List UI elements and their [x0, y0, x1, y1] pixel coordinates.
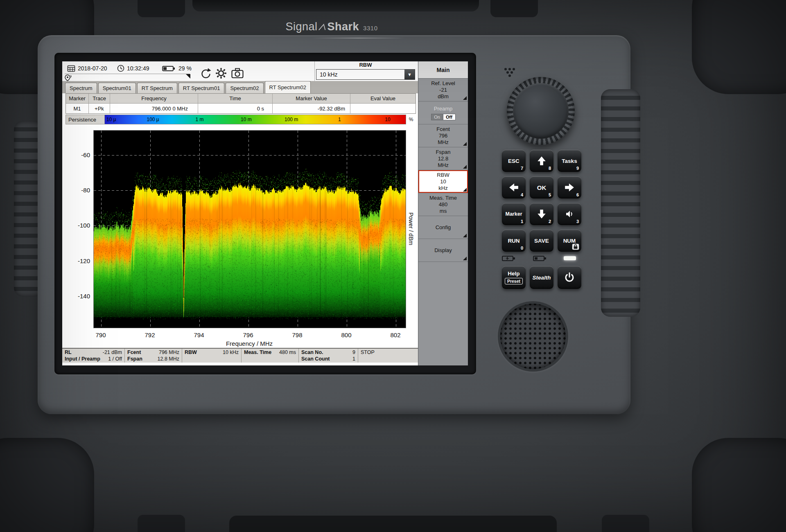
- tab-rt-spectrum02[interactable]: RT Spectrum02: [265, 81, 311, 93]
- clock-icon: [117, 65, 124, 72]
- key-save[interactable]: SAVE: [530, 230, 553, 252]
- bottom-bumper: [229, 516, 557, 532]
- menu-item-label: Ref. Level: [431, 80, 455, 87]
- key-arrow-left[interactable]: 4: [502, 176, 526, 198]
- menu-item-config[interactable]: Config: [418, 216, 468, 239]
- key-tasks[interactable]: Tasks9: [558, 150, 581, 172]
- key-help-preset[interactable]: HelpPreset: [502, 266, 526, 289]
- key-number: 9: [576, 166, 579, 171]
- key-number: 3: [576, 219, 579, 224]
- status-label: Scan No.: [301, 349, 323, 356]
- marker-table: Marker Trace Frequency Time Marker Value…: [66, 93, 416, 114]
- x-axis-tick: 790: [92, 331, 110, 338]
- indicator-dots: [504, 68, 507, 70]
- tab-spectrum01[interactable]: Spectrum01: [98, 83, 136, 93]
- status-value: -21 dBm: [103, 349, 122, 356]
- menu-item-fspan[interactable]: Fspan 12.8 MHz: [418, 147, 468, 170]
- y-axis-label: Power / dBm: [408, 130, 414, 327]
- status-indicators: [502, 254, 581, 262]
- key-arrow-up[interactable]: 8: [530, 150, 553, 172]
- key-label: Marker: [506, 211, 522, 217]
- key-number: 8: [549, 166, 551, 171]
- case-latch: [138, 515, 185, 532]
- preamp-off-option[interactable]: Off: [443, 114, 456, 120]
- menu-item-fcent[interactable]: Fcent 796 MHz: [418, 124, 468, 147]
- tab-label: Spectrum: [70, 85, 93, 91]
- menu-item-value: 796: [439, 133, 448, 139]
- key-ok[interactable]: OK5: [530, 176, 553, 198]
- menu-item-unit: MHz: [438, 139, 449, 146]
- key-label: Help: [508, 271, 519, 277]
- screenshot-button[interactable]: [231, 67, 244, 80]
- key-arrow-down[interactable]: 2: [530, 203, 553, 225]
- x-axis-tick: 800: [337, 331, 355, 338]
- calendar-icon: [67, 65, 75, 72]
- time-display: 10:32:49: [127, 65, 149, 72]
- x-axis-tick: 798: [288, 331, 306, 338]
- key-stealth[interactable]: Stealth: [530, 266, 553, 289]
- knob-face[interactable]: [513, 83, 569, 139]
- speaker-grille: [498, 301, 568, 372]
- tab-spectrum[interactable]: Spectrum: [65, 83, 97, 93]
- redo-icon: [200, 68, 211, 79]
- tab-rt-spectrum01[interactable]: RT Spectrum01: [178, 83, 225, 93]
- speaker-icon: [565, 209, 574, 219]
- power-button[interactable]: [558, 266, 581, 289]
- menu-item-rbw[interactable]: RBW 10 kHz: [418, 170, 468, 193]
- status-bar: RL-21 dBm Input / Preamp1 / Off Fcent796…: [62, 348, 418, 363]
- top-handle-recess: [192, 0, 479, 11]
- y-axis-tick: -80: [70, 187, 90, 194]
- key-arrow-right[interactable]: 6: [558, 176, 581, 198]
- key-volume[interactable]: 3: [558, 203, 581, 225]
- status-col-rbw: RBW10 kHz: [182, 349, 242, 363]
- spectrum-canvas[interactable]: [93, 130, 406, 328]
- key-number: 0: [521, 246, 523, 250]
- key-run[interactable]: RUN0: [502, 230, 526, 252]
- x-axis-tick: 796: [239, 331, 257, 338]
- column-header: Marker Value: [273, 94, 350, 103]
- status-value: 9: [352, 349, 355, 356]
- menu-item-meas-time[interactable]: Meas. Time 480 ms: [418, 193, 468, 216]
- marker-frequency: 796.000 0 MHz: [110, 104, 198, 113]
- topbar-divider: [65, 74, 190, 74]
- column-header: Eval Value: [350, 94, 416, 103]
- tab-label: Spectrum01: [103, 85, 131, 91]
- rbw-dropdown-label: RBW: [316, 62, 415, 68]
- status-label: Input / Preamp: [65, 356, 100, 362]
- status-label: Fcent: [127, 349, 141, 356]
- menu-item-preamp[interactable]: Preamp On Off: [418, 101, 468, 124]
- menu-item-display[interactable]: Display: [418, 239, 468, 262]
- status-col-stop: STOP: [358, 349, 418, 363]
- corner-triangle-icon: [463, 257, 467, 260]
- tab-label: RT Spectrum: [142, 85, 173, 91]
- key-label: SAVE: [534, 238, 549, 244]
- marker-time: 0 s: [198, 104, 273, 113]
- preamp-toggle[interactable]: On Off: [431, 114, 456, 120]
- arrow-down-icon: [536, 209, 547, 219]
- tab-label: RT Spectrum01: [183, 85, 220, 91]
- run-state: STOP: [361, 349, 375, 356]
- marker-row[interactable]: M1 +Pk 796.000 0 MHz 0 s -92.32 dBm: [66, 104, 416, 113]
- tab-spectrum02[interactable]: Spectrum02: [226, 83, 263, 93]
- key-num-lock[interactable]: NUM: [558, 230, 581, 252]
- key-esc[interactable]: ESC7: [502, 150, 526, 172]
- side-menu: Main Ref. Level -21 dBm Preamp On Off Fc…: [418, 61, 468, 365]
- tab-rt-spectrum[interactable]: RT Spectrum: [137, 83, 177, 93]
- status-col-scan: Scan No.9 Scan Count1: [299, 349, 358, 363]
- preamp-on-option[interactable]: On: [431, 114, 443, 120]
- corner-triangle-icon: [463, 165, 467, 169]
- power-led: [564, 256, 576, 260]
- dropdown-arrow-icon[interactable]: ▼: [404, 70, 415, 79]
- key-marker[interactable]: Marker1: [502, 203, 526, 225]
- status-label: Fspan: [127, 356, 142, 362]
- persistence-tick: 10: [385, 117, 390, 122]
- redo-button[interactable]: [199, 67, 212, 80]
- settings-button[interactable]: [215, 67, 228, 80]
- menu-item-label: Preamp: [434, 106, 453, 112]
- rbw-dropdown[interactable]: 10 kHz ▼: [316, 69, 415, 80]
- persistence-tick: 10 m: [241, 117, 252, 122]
- rotary-knob[interactable]: [507, 77, 575, 145]
- y-axis-tick: -140: [70, 293, 90, 300]
- menu-item-ref-level[interactable]: Ref. Level -21 dBm: [418, 79, 468, 101]
- topbar-separator: [314, 61, 315, 81]
